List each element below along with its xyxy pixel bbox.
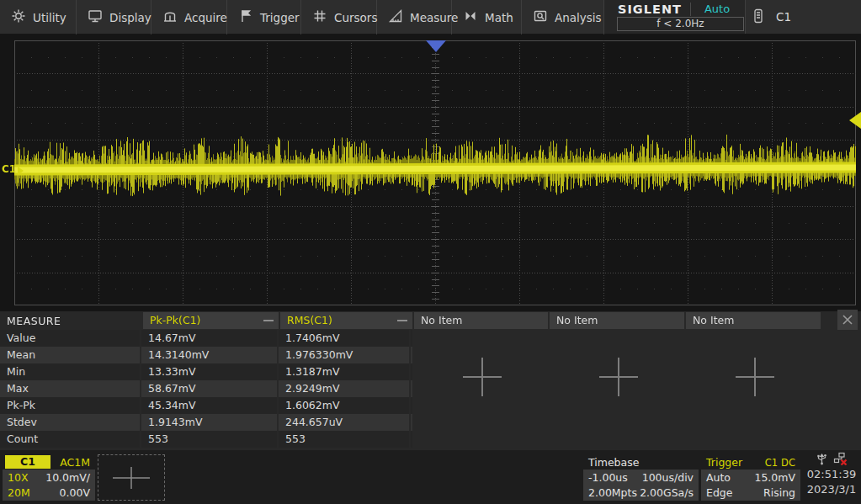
- status-area: 02:51:39 2023/3/1: [802, 452, 861, 497]
- frequency-counter: f < 2.0Hz: [617, 17, 744, 31]
- trigger-title: Trigger: [706, 456, 742, 469]
- acquisition-status: Auto: [704, 3, 730, 15]
- probe-icon: [752, 8, 764, 27]
- menu-utility[interactable]: Utility: [0, 0, 77, 34]
- measure-value: 14.3140mV: [141, 347, 279, 363]
- channel-name-badge: C1: [5, 455, 50, 469]
- active-channel-label: C1: [776, 10, 791, 24]
- measure-column-header[interactable]: RMS(C1): [280, 312, 412, 329]
- bottom-bar: C1 AC1M 10X 10.0mV/ 20M 0.00V Timebase -…: [0, 450, 861, 504]
- clock-date: 2023/3/1: [802, 482, 861, 497]
- close-measure-panel-button[interactable]: [837, 310, 858, 330]
- gear-icon: [11, 8, 26, 26]
- channel-zero-marker[interactable]: C1: [2, 163, 24, 175]
- measure-value: 1.6062mV: [279, 397, 411, 414]
- brand-section: SIGLENT Auto f < 2.0Hz: [604, 0, 746, 34]
- lan-disconnected-icon: [833, 452, 848, 468]
- trigger-coupling: DC: [781, 457, 795, 469]
- menu-bar: Utility Display Acquire Trigger Cursors …: [0, 0, 861, 34]
- measure-column-header[interactable]: Pk-Pk(C1): [143, 312, 279, 329]
- active-channel-section[interactable]: C1: [746, 0, 861, 34]
- bandwidth-limit: 20M: [8, 486, 30, 499]
- add-channel-button[interactable]: [98, 454, 165, 501]
- measure-table: Value 14.67mV 1.7406mV Mean 14.3140mV 1.…: [0, 330, 412, 448]
- display-icon: [88, 8, 103, 26]
- measure-column-header-empty[interactable]: No Item: [550, 312, 684, 329]
- menu-label: Math: [485, 11, 513, 24]
- trigger-delay: -1.00us: [588, 471, 628, 484]
- vertical-offset: 0.00V: [60, 486, 90, 499]
- menu-analysis[interactable]: Analysis: [522, 0, 604, 34]
- measure-value: 58.67mV: [141, 380, 279, 397]
- measure-value: 1.3187mV: [279, 363, 411, 380]
- measure-value: 1.9143mV: [141, 414, 279, 431]
- trigger-level-marker[interactable]: [849, 112, 861, 129]
- measure-row: Value 14.67mV 1.7406mV: [0, 330, 412, 347]
- timebase-title: Timebase: [588, 456, 639, 469]
- add-measure-button[interactable]: [731, 353, 779, 401]
- menu-label: Measure: [410, 11, 458, 24]
- measure-row: Min 13.33mV 1.3187mV: [0, 363, 412, 380]
- trigger-source: C1: [765, 457, 778, 469]
- timebase-scale: 100us/div: [642, 471, 694, 484]
- measure-icon: [388, 8, 403, 26]
- menu-label: Analysis: [555, 11, 602, 24]
- measure-value: 553: [141, 431, 279, 448]
- timebase-descriptor-box[interactable]: Timebase -1.00us 100us/div 2.00Mpts 2.00…: [583, 454, 699, 501]
- trigger-mode: Auto: [706, 471, 731, 484]
- remove-measure-button[interactable]: [263, 320, 274, 321]
- menu-measure[interactable]: Measure: [377, 0, 452, 34]
- measure-row: Mean 14.3140mV 1.976330mV: [0, 347, 412, 363]
- measure-value: 2.9249mV: [279, 380, 411, 397]
- measure-row: Max 58.67mV 2.9249mV: [0, 380, 412, 397]
- menu-label: Utility: [33, 11, 66, 24]
- add-measure-button[interactable]: [459, 353, 506, 401]
- probe-attenuation: 10X: [8, 471, 28, 484]
- waveform-display[interactable]: [0, 34, 861, 311]
- trigger-type: Edge: [706, 486, 732, 499]
- remove-measure-button[interactable]: [397, 320, 407, 321]
- measure-panel-title: MEASURE: [7, 315, 61, 327]
- trigger-slope: Rising: [763, 486, 795, 499]
- menu-trigger[interactable]: Trigger: [227, 0, 301, 34]
- measure-value: 1.7406mV: [279, 330, 411, 347]
- measure-value: 14.67mV: [141, 330, 279, 347]
- menu-acquire[interactable]: Acquire: [151, 0, 227, 34]
- brand-logo: SIGLENT: [604, 3, 691, 16]
- flag-icon: [238, 8, 253, 26]
- measure-column-header-empty[interactable]: No Item: [686, 312, 821, 329]
- measure-value: 553: [279, 431, 411, 448]
- menu-display[interactable]: Display: [77, 0, 151, 34]
- menu-label: Display: [109, 11, 151, 24]
- menu-cursors[interactable]: Cursors: [301, 0, 377, 34]
- menu-label: Cursors: [334, 11, 377, 24]
- math-icon: [463, 8, 478, 26]
- trigger-descriptor-box[interactable]: Trigger C1 DC Auto 15.0mV Edge Rising: [701, 454, 800, 501]
- clock-time: 02:51:39: [802, 467, 861, 482]
- channel-marker-arrow-icon: [18, 167, 24, 175]
- trigger-level: 15.0mV: [754, 471, 795, 484]
- usb-icon: [816, 452, 828, 468]
- measure-row: Pk-Pk 45.34mV 1.6062mV: [0, 397, 412, 414]
- memory-depth: 2.00Mpts: [588, 486, 637, 499]
- channel-descriptor-box[interactable]: C1 AC1M 10X 10.0mV/ 20M 0.00V: [3, 454, 95, 501]
- sample-rate: 2.00GSa/s: [640, 486, 694, 499]
- analysis-icon: [533, 8, 548, 26]
- menu-label: Trigger: [260, 11, 300, 24]
- measure-panel: MEASURE Pk-Pk(C1) RMS(C1) No Item No Ite…: [0, 311, 861, 450]
- vertical-scale: 10.0mV/: [45, 471, 90, 484]
- menu-math[interactable]: Math: [452, 0, 522, 34]
- measure-value: 45.34mV: [141, 397, 279, 414]
- measure-value: 13.33mV: [141, 363, 279, 380]
- acquire-icon: [162, 8, 178, 26]
- cursors-icon: [312, 8, 327, 26]
- measure-row: Count 553 553: [0, 431, 412, 448]
- measure-column-header-empty[interactable]: No Item: [414, 312, 548, 329]
- measure-value: 1.976330mV: [279, 347, 411, 363]
- measure-value: 244.657uV: [279, 414, 411, 431]
- trigger-position-marker[interactable]: [426, 40, 446, 52]
- channel-coupling: AC1M: [60, 456, 90, 469]
- measure-row: Stdev 1.9143mV 244.657uV: [0, 414, 412, 431]
- menu-label: Acquire: [184, 11, 227, 24]
- add-measure-button[interactable]: [595, 353, 642, 401]
